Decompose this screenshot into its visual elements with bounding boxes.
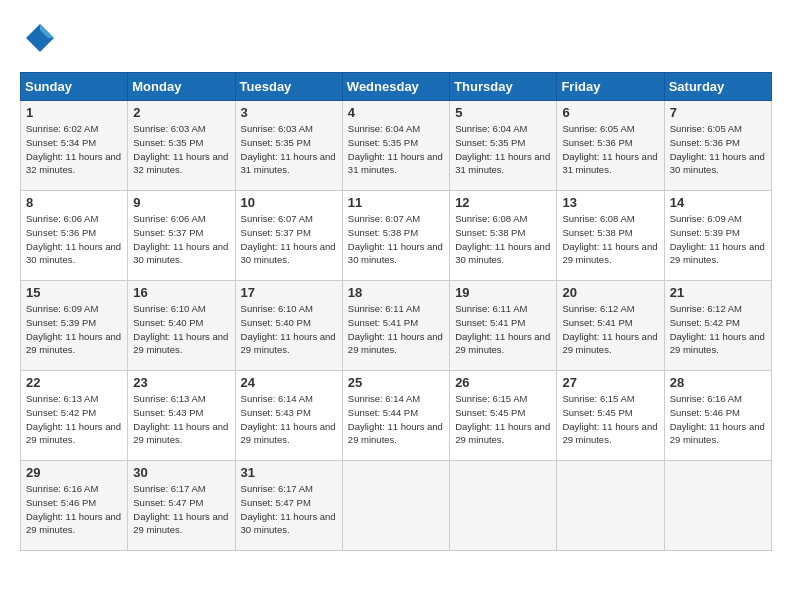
column-header-tuesday: Tuesday (235, 73, 342, 101)
day-number: 31 (241, 465, 337, 480)
day-info: Sunrise: 6:04 AMSunset: 5:35 PMDaylight:… (348, 123, 443, 175)
day-number: 9 (133, 195, 229, 210)
calendar-cell: 1 Sunrise: 6:02 AMSunset: 5:34 PMDayligh… (21, 101, 128, 191)
calendar-cell: 20 Sunrise: 6:12 AMSunset: 5:41 PMDaylig… (557, 281, 664, 371)
day-info: Sunrise: 6:13 AMSunset: 5:42 PMDaylight:… (26, 393, 121, 445)
day-info: Sunrise: 6:16 AMSunset: 5:46 PMDaylight:… (26, 483, 121, 535)
day-info: Sunrise: 6:17 AMSunset: 5:47 PMDaylight:… (241, 483, 336, 535)
day-info: Sunrise: 6:06 AMSunset: 5:36 PMDaylight:… (26, 213, 121, 265)
day-info: Sunrise: 6:06 AMSunset: 5:37 PMDaylight:… (133, 213, 228, 265)
day-info: Sunrise: 6:13 AMSunset: 5:43 PMDaylight:… (133, 393, 228, 445)
day-number: 6 (562, 105, 658, 120)
day-number: 15 (26, 285, 122, 300)
day-number: 25 (348, 375, 444, 390)
column-header-wednesday: Wednesday (342, 73, 449, 101)
day-info: Sunrise: 6:03 AMSunset: 5:35 PMDaylight:… (241, 123, 336, 175)
calendar-cell: 28 Sunrise: 6:16 AMSunset: 5:46 PMDaylig… (664, 371, 771, 461)
calendar-cell: 18 Sunrise: 6:11 AMSunset: 5:41 PMDaylig… (342, 281, 449, 371)
day-info: Sunrise: 6:16 AMSunset: 5:46 PMDaylight:… (670, 393, 765, 445)
day-info: Sunrise: 6:05 AMSunset: 5:36 PMDaylight:… (670, 123, 765, 175)
page-header (20, 20, 772, 56)
calendar-week-4: 22 Sunrise: 6:13 AMSunset: 5:42 PMDaylig… (21, 371, 772, 461)
day-number: 16 (133, 285, 229, 300)
calendar-cell: 8 Sunrise: 6:06 AMSunset: 5:36 PMDayligh… (21, 191, 128, 281)
calendar-cell: 30 Sunrise: 6:17 AMSunset: 5:47 PMDaylig… (128, 461, 235, 551)
day-number: 18 (348, 285, 444, 300)
day-number: 7 (670, 105, 766, 120)
calendar-cell: 14 Sunrise: 6:09 AMSunset: 5:39 PMDaylig… (664, 191, 771, 281)
day-info: Sunrise: 6:10 AMSunset: 5:40 PMDaylight:… (241, 303, 336, 355)
day-number: 2 (133, 105, 229, 120)
day-number: 4 (348, 105, 444, 120)
day-number: 3 (241, 105, 337, 120)
day-info: Sunrise: 6:09 AMSunset: 5:39 PMDaylight:… (26, 303, 121, 355)
day-number: 20 (562, 285, 658, 300)
column-header-saturday: Saturday (664, 73, 771, 101)
day-info: Sunrise: 6:12 AMSunset: 5:41 PMDaylight:… (562, 303, 657, 355)
day-number: 23 (133, 375, 229, 390)
day-number: 8 (26, 195, 122, 210)
calendar-week-5: 29 Sunrise: 6:16 AMSunset: 5:46 PMDaylig… (21, 461, 772, 551)
calendar-cell: 10 Sunrise: 6:07 AMSunset: 5:37 PMDaylig… (235, 191, 342, 281)
day-info: Sunrise: 6:17 AMSunset: 5:47 PMDaylight:… (133, 483, 228, 535)
day-number: 21 (670, 285, 766, 300)
calendar-cell: 26 Sunrise: 6:15 AMSunset: 5:45 PMDaylig… (450, 371, 557, 461)
calendar-cell: 15 Sunrise: 6:09 AMSunset: 5:39 PMDaylig… (21, 281, 128, 371)
day-number: 27 (562, 375, 658, 390)
day-number: 29 (26, 465, 122, 480)
calendar-cell: 25 Sunrise: 6:14 AMSunset: 5:44 PMDaylig… (342, 371, 449, 461)
day-info: Sunrise: 6:08 AMSunset: 5:38 PMDaylight:… (562, 213, 657, 265)
calendar-week-2: 8 Sunrise: 6:06 AMSunset: 5:36 PMDayligh… (21, 191, 772, 281)
calendar-cell: 7 Sunrise: 6:05 AMSunset: 5:36 PMDayligh… (664, 101, 771, 191)
day-number: 17 (241, 285, 337, 300)
day-number: 26 (455, 375, 551, 390)
day-info: Sunrise: 6:10 AMSunset: 5:40 PMDaylight:… (133, 303, 228, 355)
day-number: 30 (133, 465, 229, 480)
calendar-cell: 31 Sunrise: 6:17 AMSunset: 5:47 PMDaylig… (235, 461, 342, 551)
calendar-cell: 21 Sunrise: 6:12 AMSunset: 5:42 PMDaylig… (664, 281, 771, 371)
day-info: Sunrise: 6:03 AMSunset: 5:35 PMDaylight:… (133, 123, 228, 175)
calendar-cell (450, 461, 557, 551)
day-info: Sunrise: 6:11 AMSunset: 5:41 PMDaylight:… (455, 303, 550, 355)
column-header-sunday: Sunday (21, 73, 128, 101)
column-header-friday: Friday (557, 73, 664, 101)
day-number: 19 (455, 285, 551, 300)
calendar-cell: 5 Sunrise: 6:04 AMSunset: 5:35 PMDayligh… (450, 101, 557, 191)
calendar-week-3: 15 Sunrise: 6:09 AMSunset: 5:39 PMDaylig… (21, 281, 772, 371)
calendar-cell: 16 Sunrise: 6:10 AMSunset: 5:40 PMDaylig… (128, 281, 235, 371)
calendar-cell: 2 Sunrise: 6:03 AMSunset: 5:35 PMDayligh… (128, 101, 235, 191)
day-info: Sunrise: 6:07 AMSunset: 5:37 PMDaylight:… (241, 213, 336, 265)
day-info: Sunrise: 6:12 AMSunset: 5:42 PMDaylight:… (670, 303, 765, 355)
calendar-cell: 3 Sunrise: 6:03 AMSunset: 5:35 PMDayligh… (235, 101, 342, 191)
column-header-monday: Monday (128, 73, 235, 101)
day-info: Sunrise: 6:02 AMSunset: 5:34 PMDaylight:… (26, 123, 121, 175)
calendar-cell: 4 Sunrise: 6:04 AMSunset: 5:35 PMDayligh… (342, 101, 449, 191)
calendar-cell: 22 Sunrise: 6:13 AMSunset: 5:42 PMDaylig… (21, 371, 128, 461)
calendar-cell: 19 Sunrise: 6:11 AMSunset: 5:41 PMDaylig… (450, 281, 557, 371)
day-info: Sunrise: 6:08 AMSunset: 5:38 PMDaylight:… (455, 213, 550, 265)
calendar-cell (342, 461, 449, 551)
calendar-cell: 11 Sunrise: 6:07 AMSunset: 5:38 PMDaylig… (342, 191, 449, 281)
day-number: 24 (241, 375, 337, 390)
calendar-week-1: 1 Sunrise: 6:02 AMSunset: 5:34 PMDayligh… (21, 101, 772, 191)
calendar-cell: 13 Sunrise: 6:08 AMSunset: 5:38 PMDaylig… (557, 191, 664, 281)
day-info: Sunrise: 6:15 AMSunset: 5:45 PMDaylight:… (455, 393, 550, 445)
calendar-cell (557, 461, 664, 551)
day-info: Sunrise: 6:07 AMSunset: 5:38 PMDaylight:… (348, 213, 443, 265)
day-number: 14 (670, 195, 766, 210)
column-header-thursday: Thursday (450, 73, 557, 101)
calendar-cell: 24 Sunrise: 6:14 AMSunset: 5:43 PMDaylig… (235, 371, 342, 461)
day-info: Sunrise: 6:11 AMSunset: 5:41 PMDaylight:… (348, 303, 443, 355)
day-number: 11 (348, 195, 444, 210)
day-number: 12 (455, 195, 551, 210)
calendar-cell: 17 Sunrise: 6:10 AMSunset: 5:40 PMDaylig… (235, 281, 342, 371)
day-info: Sunrise: 6:14 AMSunset: 5:43 PMDaylight:… (241, 393, 336, 445)
logo (20, 20, 58, 56)
calendar-cell (664, 461, 771, 551)
day-number: 22 (26, 375, 122, 390)
calendar-table: SundayMondayTuesdayWednesdayThursdayFrid… (20, 72, 772, 551)
day-info: Sunrise: 6:14 AMSunset: 5:44 PMDaylight:… (348, 393, 443, 445)
calendar-header-row: SundayMondayTuesdayWednesdayThursdayFrid… (21, 73, 772, 101)
day-number: 10 (241, 195, 337, 210)
logo-icon (22, 20, 58, 56)
